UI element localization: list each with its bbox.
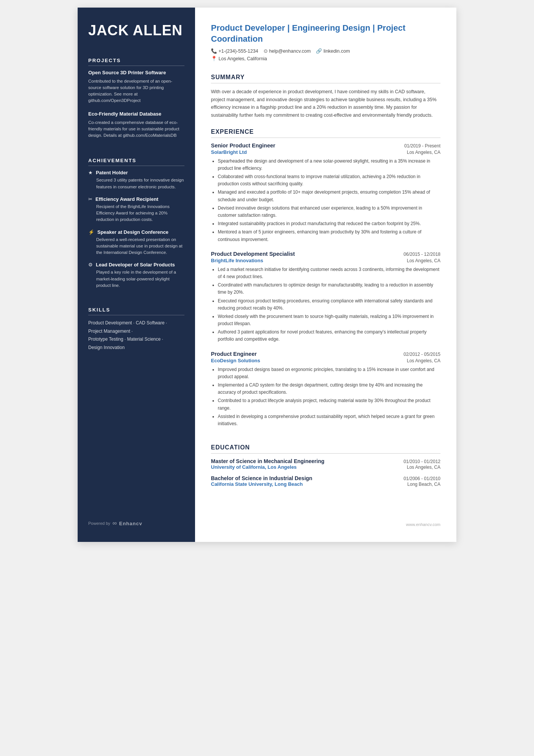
achievement-icon: ⚙ — [88, 262, 93, 268]
project-description: Co-created a comprehensive database of e… — [88, 119, 184, 139]
website-url: www.enhancv.com — [406, 522, 440, 527]
education-header: Master of Science in Mechanical Engineer… — [211, 458, 440, 464]
school-name: University of California, Los Angeles — [211, 464, 297, 470]
skill-item: Prototype Testing · Material Science · — [88, 335, 184, 344]
experience-bullet: Coordinated with manufacturers to optimi… — [218, 282, 440, 296]
achievement-description: Secured 3 utility patents for innovative… — [88, 177, 184, 190]
experience-bullet: Integrated sustainability practices in p… — [218, 220, 440, 227]
experience-entry: Product Development Specialist 06/2015 -… — [211, 251, 440, 343]
company-name: SolarBright Ltd — [211, 149, 247, 155]
school-row: University of California, Los Angeles Lo… — [211, 464, 440, 470]
project-title: Open Source 3D Printer Software — [88, 70, 184, 76]
linkedin-icon: 🔗 — [316, 48, 322, 54]
contact-linkedin: 🔗 linkedin.com — [316, 48, 350, 54]
education-date: 01/2006 - 01/2010 — [404, 476, 440, 481]
contact-phone: 📞 +1-(234)-555-1234 — [211, 48, 258, 54]
job-location: Los Angeles, CA — [407, 150, 440, 155]
school-location: Los Angeles, CA — [407, 465, 440, 470]
bullets-list: Improved product designs based on ergono… — [211, 366, 440, 428]
education-title: EDUCATION — [211, 444, 440, 454]
projects-list: Open Source 3D Printer Software Contribu… — [88, 70, 184, 139]
job-title: Senior Product Engineer — [211, 142, 275, 149]
contact-location-row: 📍 Los Angeles, California — [211, 56, 440, 61]
skills-list: Product Development · CAD Software ·Proj… — [88, 319, 184, 352]
experience-bullet: Devised innovative design solutions that… — [218, 205, 440, 219]
experience-entry: Product Engineer 02/2012 - 05/2015 EcoDe… — [211, 351, 440, 428]
experience-bullet: Assisted in developing a comprehensive p… — [218, 413, 440, 427]
summary-text: With over a decade of experience in prod… — [211, 88, 440, 119]
main-footer: www.enhancv.com — [211, 515, 440, 527]
main-header: Product Developer | Engineering Design |… — [211, 23, 440, 63]
linkedin-url: linkedin.com — [323, 49, 350, 54]
experience-bullet: Managed and executed a portfolio of 10+ … — [218, 189, 440, 203]
experience-section: EXPERIENCE Senior Product Engineer 01/20… — [211, 128, 440, 435]
bullets-list: Led a market research initiative for ide… — [211, 266, 440, 343]
achievement-header: ✂ Efficiency Award Recipient — [88, 196, 184, 202]
achievements-list: ★ Patent Holder Secured 3 utility patent… — [88, 170, 184, 289]
experience-bullet: Contributed to a product lifecycle analy… — [218, 397, 440, 412]
company-row: EcoDesign Solutions Los Angeles, CA — [211, 358, 440, 363]
phone-number: +1-(234)-555-1234 — [219, 49, 258, 54]
experience-bullet: Worked closely with the procurement team… — [218, 313, 440, 327]
achievement-header: ★ Patent Holder — [88, 170, 184, 175]
achievement-description: Delivered a well-received presentation o… — [88, 236, 184, 256]
experience-bullet: Collaborated with cross-functional teams… — [218, 173, 440, 188]
enhancv-brand: Enhancv — [119, 521, 142, 526]
enhancv-logo-icon: ∞ — [112, 520, 117, 527]
project-description: Contributed to the development of an ope… — [88, 78, 184, 104]
company-row: BrightLife Innovations Los Angeles, CA — [211, 258, 440, 263]
summary-section: SUMMARY With over a decade of experience… — [211, 74, 440, 119]
education-entry: Master of Science in Mechanical Engineer… — [211, 458, 440, 470]
phone-icon: 📞 — [211, 48, 217, 54]
job-title: Product Engineer — [211, 351, 257, 357]
sidebar-footer: Powered by ∞ Enhancv — [88, 509, 184, 527]
location-icon: 📍 — [211, 56, 217, 61]
school-name: California State University, Long Beach — [211, 481, 303, 487]
project-item: Open Source 3D Printer Software Contribu… — [88, 70, 184, 104]
school-location: Long Beach, CA — [408, 482, 440, 487]
achievements-title: ACHIEVEMENTS — [88, 158, 184, 166]
job-date: 02/2012 - 05/2015 — [404, 352, 440, 357]
skill-item: Design Innovation — [88, 344, 184, 352]
company-name: EcoDesign Solutions — [211, 358, 260, 363]
degree-title: Bachelor of Science in Industrial Design — [211, 475, 312, 481]
school-row: California State University, Long Beach … — [211, 481, 440, 487]
education-entry: Bachelor of Science in Industrial Design… — [211, 475, 440, 487]
achievement-icon: ✂ — [88, 196, 92, 202]
skill-item: Project Management · — [88, 327, 184, 336]
education-section: EDUCATION Master of Science in Mechanica… — [211, 444, 440, 492]
achievement-description: Recipient of the BrightLife Innovations … — [88, 203, 184, 223]
sidebar: JACK ALLEN PROJECTS Open Source 3D Print… — [78, 8, 195, 542]
experience-header: Product Development Specialist 06/2015 -… — [211, 251, 440, 257]
summary-title: SUMMARY — [211, 74, 440, 83]
achievement-item: ✂ Efficiency Award Recipient Recipient o… — [88, 196, 184, 223]
experience-header: Senior Product Engineer 01/2019 - Presen… — [211, 142, 440, 149]
achievement-item: ★ Patent Holder Secured 3 utility patent… — [88, 170, 184, 190]
experience-bullet: Improved product designs based on ergono… — [218, 366, 440, 380]
job-date: 06/2015 - 12/2018 — [404, 252, 440, 257]
achievement-item: ⚡ Speaker at Design Conference Delivered… — [88, 229, 184, 256]
candidate-name: JACK ALLEN — [88, 23, 184, 39]
contact-location: 📍 Los Angeles, California — [211, 56, 267, 61]
experience-bullet: Authored 3 patent applications for novel… — [218, 329, 440, 343]
experience-list: Senior Product Engineer 01/2019 - Presen… — [211, 142, 440, 427]
experience-entry: Senior Product Engineer 01/2019 - Presen… — [211, 142, 440, 243]
experience-title: EXPERIENCE — [211, 128, 440, 138]
education-header: Bachelor of Science in Industrial Design… — [211, 475, 440, 481]
achievement-title: Lead Developer of Solar Products — [96, 262, 175, 268]
resume-wrapper: JACK ALLEN PROJECTS Open Source 3D Print… — [78, 8, 456, 542]
projects-section: PROJECTS Open Source 3D Printer Software… — [88, 58, 184, 146]
achievements-section: ACHIEVEMENTS ★ Patent Holder Secured 3 u… — [88, 158, 184, 295]
experience-bullet: Implemented a CAD system for the design … — [218, 382, 440, 396]
degree-title: Master of Science in Mechanical Engineer… — [211, 458, 325, 464]
achievement-item: ⚙ Lead Developer of Solar Products Playe… — [88, 262, 184, 289]
job-location: Los Angeles, CA — [407, 358, 440, 363]
experience-bullet: Mentored a team of 5 junior engineers, e… — [218, 229, 440, 243]
bullets-list: Spearheaded the design and development o… — [211, 158, 440, 243]
email-icon: ⊙ — [264, 48, 268, 54]
experience-header: Product Engineer 02/2012 - 05/2015 — [211, 351, 440, 357]
location-text: Los Angeles, California — [219, 56, 267, 61]
achievement-icon: ⚡ — [88, 229, 94, 235]
achievement-description: Played a key role in the development of … — [88, 269, 184, 289]
skills-section: SKILLS Product Development · CAD Softwar… — [88, 307, 184, 352]
